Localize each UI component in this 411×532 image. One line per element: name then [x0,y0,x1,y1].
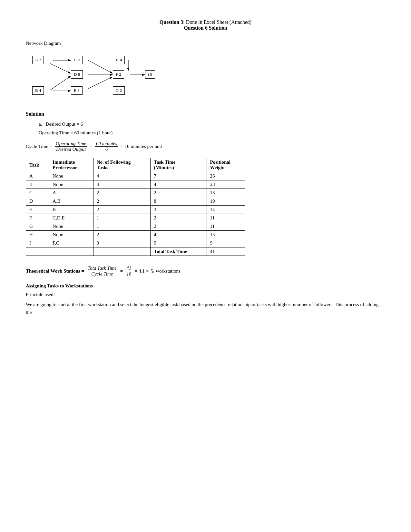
theo-frac1-den: Cycle Time [90,271,114,277]
cell-time: 4 [151,231,207,239]
cell-task: I [26,239,49,247]
cell-time: 2 [151,222,207,231]
part-a-label: a. [39,121,42,127]
cell-weight: 11 [207,214,245,222]
svg-line-4 [88,60,112,73]
cell-pred: C,D,E [49,214,93,222]
cell-task: F [26,214,49,222]
q3-bold: Question 3 [160,19,183,25]
cell-following: 1 [93,214,151,222]
network-arrows [26,50,181,102]
cell-following: 1 [93,222,151,231]
page-header: Question 3: Done in Excel Sheet (Attache… [26,19,385,31]
cell-pred: B [49,206,93,214]
cell-weight: 19 [207,197,245,206]
theo-frac2-den: 10 [125,271,132,277]
cell-following: 0 [93,239,151,247]
cell-time: 4 [151,180,207,189]
table-row: DA,B2819 [26,197,245,206]
col-weight: PositionalWeight [207,158,245,172]
cell-weight: 11 [207,222,245,231]
cell-pred: None [49,222,93,231]
cell-weight: 13 [207,189,245,197]
total-value: 41 [207,247,245,256]
theo-frac2-num: 41 [125,266,132,271]
col-task: Task [26,158,49,172]
cell-task: H [26,231,49,239]
cycle-result: = 10 minutes per unit [121,144,162,149]
solution-section: Solution a. Desired Output = 6 Operating… [26,111,385,152]
theo-result: = 4.1 ≈ [135,268,149,274]
cell-weight: 15 [207,231,245,239]
cell-pred: None [49,231,93,239]
table-row: FC,D,E1211 [26,214,245,222]
table-row: HNone2415 [26,231,245,239]
cell-following: 2 [93,197,151,206]
table-row: GNone1211 [26,222,245,231]
cycle-prefix: Cycle Time = [26,144,52,149]
network-label: Network Diagram [26,41,385,46]
cell-task: G [26,222,49,231]
assigning-title: Assigning Tasks to Workstations [26,283,385,289]
assigning-body: We are going to start at the first works… [26,301,385,316]
cell-weight: 23 [207,180,245,189]
table-total-row: Total Task Time41 [26,247,245,256]
cycle-fraction1: Operating Time Desired Output [55,141,87,152]
cell-time: 2 [151,214,207,222]
cycle-frac1-den: Desired Output [55,147,87,152]
node-A7: A 7 [32,56,44,64]
cell-following: 2 [93,189,151,197]
cell-weight: 14 [207,206,245,214]
cell-pred: A,B [49,197,93,206]
cell-time: 8 [151,197,207,206]
table-body: ANone4726BNone4423CA2213DA,B2819EB2314FC… [26,172,245,256]
node-i9: i 9 [145,70,155,79]
theo-approx-val: 5 [151,267,154,275]
cell-following: 2 [93,206,151,214]
task-table: Task ImmediatePredecessor No. of Followi… [26,158,245,256]
table-row: CA2213 [26,189,245,197]
cell-time: 9 [151,239,207,247]
table-row: IF,G099 [26,239,245,247]
svg-line-1 [50,63,70,73]
node-G2: G 2 [113,86,125,95]
cycle-frac2-den: 6 [104,147,109,152]
node-F2: F 2 [113,70,124,79]
node-H4: H 4 [113,56,125,64]
theo-suffix: workstations [156,268,181,274]
header-line1: Question 3: Done in Excel Sheet (Attache… [26,19,385,25]
cycle-frac2-num: 60 minutes [95,141,118,147]
col-predecessor: ImmediatePredecessor [49,158,93,172]
cell-weight: 26 [207,172,245,180]
cycle-fraction2: 60 minutes 6 [95,141,118,152]
cell-following: 2 [93,231,151,239]
svg-line-6 [88,77,112,89]
node-C2: C 2 [71,56,83,64]
cycle-eq1: = [90,144,92,149]
theoretical-label: Theoretical Work Stations = [26,268,84,274]
cell-task: D [26,197,49,206]
cell-following: 4 [93,180,151,189]
cell-task: A [26,172,49,180]
col-time: Task Time(Minutes) [151,158,207,172]
cell-task: E [26,206,49,214]
cycle-time-formula: Cycle Time = Operating Time Desired Outp… [26,141,385,152]
cell-pred: A [49,189,93,197]
assigning-section: Assigning Tasks to Workstations Principl… [26,283,385,316]
cell-following: 4 [93,172,151,180]
cell-task: C [26,189,49,197]
table-row: ANone4726 [26,172,245,180]
cell-pred: None [49,180,93,189]
theoretical-frac2: 41 10 [125,266,132,277]
cell-weight: 9 [207,239,245,247]
node-E3: E 3 [71,86,83,95]
part-a: a. Desired Output = 6 [39,121,385,127]
theo-eq: = [120,268,123,274]
header-line2: Question 6 Solution [26,25,385,31]
op-time: Operating Time = 60 minutes (1 hour) [39,130,385,136]
cell-pred: F,G [49,239,93,247]
total-label: Total Task Time [151,247,207,256]
cell-time: 3 [151,206,207,214]
cell-task: B [26,180,49,189]
solution-title: Solution [26,111,385,117]
